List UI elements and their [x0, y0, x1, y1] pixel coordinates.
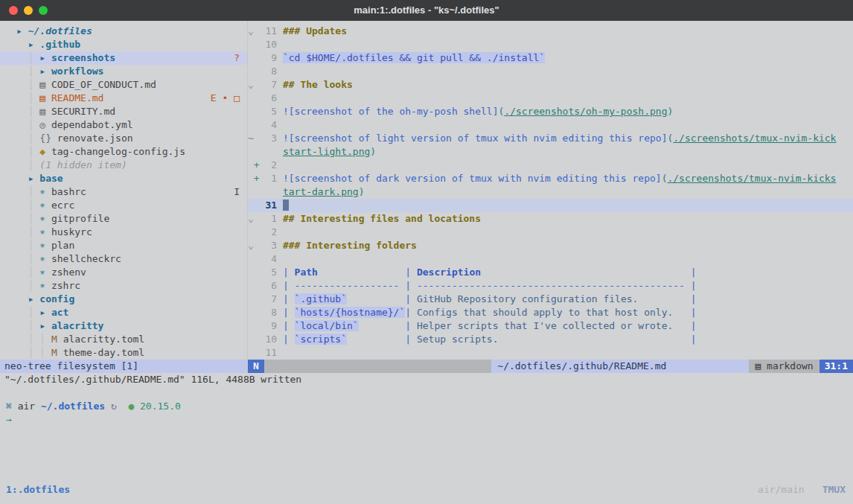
line-content — [283, 199, 837, 212]
indent-guide: │ — [16, 200, 39, 211]
tree-item-zshenv[interactable]: │ ∗ zshenv — [0, 266, 247, 279]
tree-item-1-hidden-item[interactable]: │ (1 hidden item) — [0, 159, 247, 172]
tree-item-act[interactable]: │ ▸ act — [0, 306, 247, 319]
tree-item-security-md[interactable]: │ ▤ SECURITY.md — [0, 105, 247, 118]
editor-line[interactable]: 6 — [248, 92, 853, 105]
editor-line[interactable]: 9 | `local/bin` | Helper scripts that I'… — [248, 319, 853, 333]
indent-guide: │ — [16, 52, 39, 63]
minimize-button[interactable] — [24, 6, 33, 15]
tree-item-readme-md[interactable]: │ ▤ README.mdE • □ — [0, 92, 247, 105]
editor-line[interactable]: +2 — [248, 159, 853, 172]
tmux-right-status: air/mainTMUX — [758, 483, 846, 497]
fold-column — [248, 38, 254, 51]
indent-guide: │ — [16, 320, 39, 331]
editor-line[interactable]: 8 | `hosts/{hostname}/`| Configs that sh… — [248, 306, 853, 319]
editor-line[interactable]: 10 — [248, 38, 853, 51]
tmux-statusbar: 1:.dotfiles air/mainTMUX — [6, 483, 846, 497]
tree-item-alacritty[interactable]: │ ▸ alacritty — [0, 319, 247, 333]
sign-column — [254, 266, 260, 279]
statusline: N ⎇ main▤ +2 ~1◆ E1 ⊙ +++ ~/.dotfiles/.g… — [248, 360, 853, 373]
editor-line[interactable]: ~ 3 ![screenshot of light version of tmu… — [248, 132, 853, 159]
shell-area[interactable]: ⌘ air ~/.dotfiles ↻ ● 20.15.0 → — [0, 400, 853, 427]
line-number: 8 — [260, 65, 277, 78]
editor-line[interactable]: 10 | `scripts` | Setup scripts. | — [248, 333, 853, 346]
window-controls — [9, 0, 48, 21]
line-number: 3 — [260, 132, 277, 145]
editor-line[interactable]: 7 | `.github` | GitHub Repository config… — [248, 293, 853, 306]
line-number: 3 — [260, 239, 277, 252]
tree-item-github[interactable]: ▸ .github — [0, 38, 247, 51]
indent-guide: │ — [16, 159, 39, 170]
tree-item-bashrc[interactable]: │ ∗ bashrcI — [0, 185, 247, 199]
editor-line[interactable]: ⌄ 11 ### Updates — [248, 25, 853, 38]
apple-icon: ⌘ — [6, 401, 18, 412]
tmux-window-item[interactable]: 1:.dotfiles — [6, 483, 70, 497]
fullscreen-button[interactable] — [39, 6, 48, 15]
line-number: 9 — [260, 319, 277, 333]
indent-guide: │ — [16, 226, 39, 237]
line-number: 7 — [260, 293, 277, 306]
line-number: 4 — [260, 252, 277, 266]
shell-config-icon: ∗ — [39, 240, 51, 251]
tree-item-base[interactable]: ▸ base — [0, 172, 247, 185]
editor-line[interactable]: 6 | ------------------ | ---------------… — [248, 279, 853, 293]
line-number: 7 — [260, 78, 277, 92]
line-content: `cd $HOME/.dotfiles && git pull && ./ins… — [283, 51, 837, 65]
tree-item-label: alacritty — [51, 320, 103, 331]
editor-line[interactable]: 11 — [248, 346, 853, 360]
tree-item-theme-day-toml[interactable]: │ │ M theme-day.toml — [0, 346, 247, 360]
tree-item-screenshots[interactable]: │ ▸ screenshots? — [0, 51, 247, 65]
tree-item-renovate-json[interactable]: │ {} renovate.json — [0, 132, 247, 145]
editor-line[interactable]: 4 — [248, 118, 853, 132]
tree-item-label: ecrc — [51, 200, 74, 211]
tree-item-shellcheckrc[interactable]: │ ∗ shellcheckrc — [0, 252, 247, 266]
line-number: 1 — [260, 212, 277, 226]
editor-line[interactable]: 2 — [248, 226, 853, 239]
indent-guide: │ — [16, 66, 39, 77]
sign-column — [254, 279, 260, 293]
tree-item-ecrc[interactable]: │ ∗ ecrc — [0, 199, 247, 212]
sign-column — [254, 65, 260, 78]
file-icon: ▤ — [39, 79, 51, 90]
editor-buffer[interactable]: ⌄ 11 ### Updates 10 9 `cd $HOME/.dotfile… — [248, 21, 853, 360]
tree-item-workflows[interactable]: │ ▸ workflows — [0, 65, 247, 78]
sign-column — [254, 306, 260, 319]
tree-item-zshrc[interactable]: │ ∗ zshrc — [0, 279, 247, 293]
tree-item-alacritty-toml[interactable]: │ │ M alacritty.toml — [0, 333, 247, 346]
window-title: main:1:.dotfiles - "ks~/.dotfiles" — [354, 4, 499, 17]
tree-item-code-of-conduct-md[interactable]: │ ▤ CODE_OF_CONDUCT.md — [0, 78, 247, 92]
close-button[interactable] — [9, 6, 18, 15]
tree-item-config[interactable]: ▸ config — [0, 293, 247, 306]
tree-item-tag-changelog-config-js[interactable]: │ ◆ tag-changelog-config.js — [0, 145, 247, 159]
neotree-pane: ▸ ~/.dotfiles ▸ .github │ ▸ screenshots?… — [0, 21, 248, 373]
shell-config-icon: ∗ — [39, 267, 51, 278]
tree-item-status-badge: I — [234, 185, 240, 199]
fold-marker-icon: ⌄ — [248, 239, 254, 252]
editor-line[interactable]: ⌄ 3 ### Interesting folders — [248, 239, 853, 252]
editor-line[interactable]: 5 ![screenshot of the oh-my-posh shell](… — [248, 105, 853, 118]
shell-config-icon: ∗ — [39, 213, 51, 224]
expander-open-icon: ▸ — [39, 320, 51, 331]
sign-column — [254, 51, 260, 65]
neotree-panel[interactable]: ▸ ~/.dotfiles ▸ .github │ ▸ screenshots?… — [0, 21, 247, 360]
tree-item-dependabot-yml[interactable]: │ ◎ dependabot.yml — [0, 118, 247, 132]
fold-column — [248, 333, 254, 346]
editor-line[interactable]: ⌄ 1 ## Interesting files and locations — [248, 212, 853, 226]
indent-guide: │ — [16, 186, 39, 197]
tree-item-huskyrc[interactable]: │ ∗ huskyrc — [0, 226, 247, 239]
editor-line[interactable]: +1 ![screenshot of dark version of tmux … — [248, 172, 853, 199]
editor-line[interactable]: 4 — [248, 252, 853, 266]
editor-line[interactable]: ⌄ 7 ## The looks — [248, 78, 853, 92]
indent-guide: │ — [16, 146, 39, 157]
sign-column — [254, 252, 260, 266]
tree-item-label: dependabot.yml — [51, 119, 133, 130]
tree-item-dotfiles[interactable]: ▸ ~/.dotfiles — [0, 25, 247, 38]
line-number: 5 — [260, 105, 277, 118]
editor-cursor-line[interactable]: 31 — [248, 199, 853, 212]
editor-line[interactable]: 5 | Path | Description | — [248, 266, 853, 279]
line-content: ## Interesting files and locations — [283, 212, 837, 226]
tree-item-plan[interactable]: │ ∗ plan — [0, 239, 247, 252]
tree-item-gitprofile[interactable]: │ ∗ gitprofile — [0, 212, 247, 226]
editor-line[interactable]: 9 `cd $HOME/.dotfiles && git pull && ./i… — [248, 51, 853, 65]
editor-line[interactable]: 8 — [248, 65, 853, 78]
